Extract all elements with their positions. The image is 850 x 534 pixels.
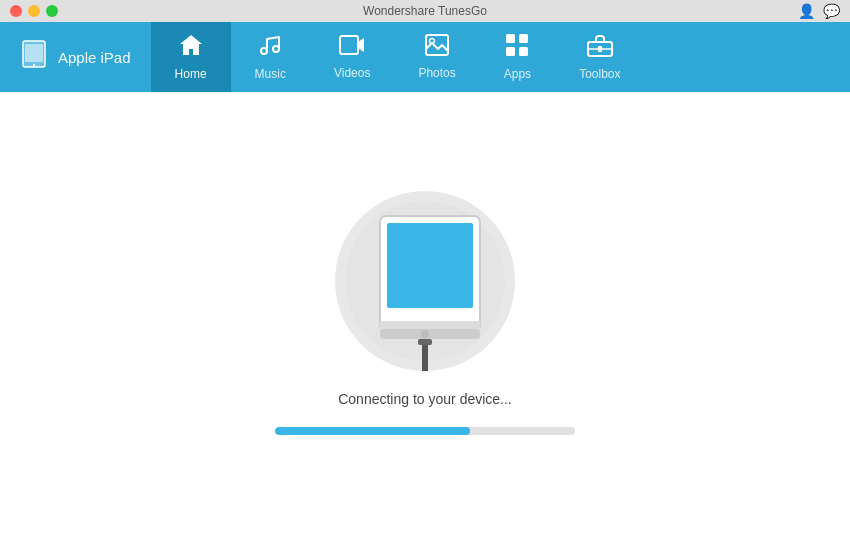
- device-name: Apple iPad: [58, 49, 131, 66]
- chat-icon[interactable]: 💬: [823, 3, 840, 19]
- progress-bar-container: [275, 427, 575, 435]
- photos-icon: [425, 34, 449, 62]
- device-icon: [20, 40, 48, 74]
- maximize-button[interactable]: [46, 5, 58, 17]
- tab-toolbox-label: Toolbox: [579, 67, 620, 81]
- tab-home[interactable]: Home: [151, 22, 231, 92]
- svg-rect-1: [25, 44, 43, 62]
- svg-point-4: [273, 46, 279, 52]
- svg-point-2: [33, 64, 35, 66]
- tab-photos[interactable]: Photos: [394, 22, 479, 92]
- home-icon: [178, 33, 204, 63]
- svg-rect-10: [506, 47, 515, 56]
- nav-bar: Apple iPad Home Music: [0, 22, 850, 92]
- tab-music-label: Music: [255, 67, 286, 81]
- svg-rect-19: [380, 329, 480, 339]
- svg-rect-14: [598, 46, 602, 52]
- apps-icon: [505, 33, 529, 63]
- tab-apps[interactable]: Apps: [480, 22, 555, 92]
- toolbox-icon: [587, 33, 613, 63]
- main-content: Connecting to your device...: [0, 92, 850, 534]
- svg-rect-22: [422, 345, 428, 371]
- svg-rect-8: [506, 34, 515, 43]
- tab-videos-label: Videos: [334, 66, 370, 80]
- svg-rect-11: [519, 47, 528, 56]
- traffic-lights: [10, 5, 58, 17]
- tab-music[interactable]: Music: [231, 22, 310, 92]
- title-bar: Wondershare TunesGo 👤 💬: [0, 0, 850, 22]
- svg-point-3: [261, 48, 267, 54]
- svg-point-20: [421, 330, 429, 338]
- close-button[interactable]: [10, 5, 22, 17]
- svg-rect-21: [418, 339, 432, 345]
- tab-toolbox[interactable]: Toolbox: [555, 22, 644, 92]
- app-title: Wondershare TunesGo: [363, 4, 487, 18]
- videos-icon: [339, 34, 365, 62]
- device-illustration: [335, 191, 515, 371]
- device-label: Apple iPad: [0, 22, 151, 92]
- svg-rect-17: [387, 223, 473, 308]
- tab-photos-label: Photos: [418, 66, 455, 80]
- nav-tabs: Home Music Videos: [151, 22, 850, 92]
- tab-videos[interactable]: Videos: [310, 22, 394, 92]
- tab-apps-label: Apps: [504, 67, 531, 81]
- title-bar-actions: 👤 💬: [798, 3, 840, 19]
- music-icon: [258, 33, 282, 63]
- status-text: Connecting to your device...: [338, 391, 512, 407]
- device-svg: [335, 191, 515, 371]
- tab-home-label: Home: [175, 67, 207, 81]
- user-icon[interactable]: 👤: [798, 3, 815, 19]
- svg-rect-9: [519, 34, 528, 43]
- progress-bar-fill: [275, 427, 470, 435]
- svg-rect-5: [340, 36, 358, 54]
- minimize-button[interactable]: [28, 5, 40, 17]
